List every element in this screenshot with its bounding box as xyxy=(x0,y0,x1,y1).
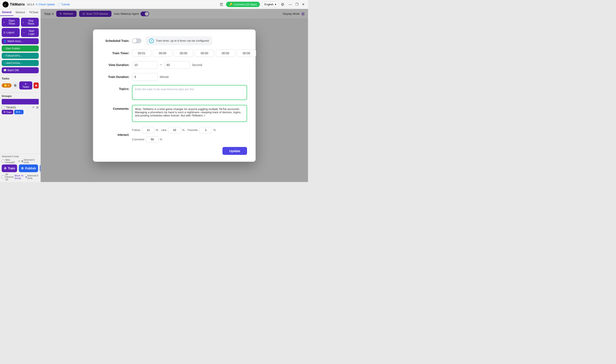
main-layout: General Shortcut TKTools ♪ Open Tiktok ♪… xyxy=(0,9,308,182)
hamburger-button[interactable]: ☰ xyxy=(219,1,224,8)
follow-input[interactable] xyxy=(142,127,155,133)
batch-dm-button[interactable]: 💬 Batch DM xyxy=(2,67,39,73)
upload-icon: ↑ xyxy=(3,47,5,50)
tasks-title: Tasks xyxy=(2,77,39,80)
like-icon: ↑ xyxy=(3,62,5,65)
dm-icon: 💬 xyxy=(3,69,7,72)
train-duration-controls: Minute xyxy=(132,73,169,81)
gear-icon: ⚙ xyxy=(3,111,6,113)
like-input[interactable] xyxy=(168,127,181,133)
comments-label: Comments: xyxy=(102,105,129,110)
like-percent: % xyxy=(182,128,185,131)
topics-label: Topics: xyxy=(102,85,129,91)
tab-shortcut[interactable]: Shortcut xyxy=(14,9,27,16)
app-logo: ♪ TikMatrix v2.1.4 xyxy=(2,1,34,7)
view-duration-max-input[interactable] xyxy=(164,61,190,69)
favorite-label: Favorite: xyxy=(188,128,198,131)
all-devices-checkbox[interactable] xyxy=(2,160,4,163)
all-devices-row: All Devices (0) Move To Group ➤ Selected… xyxy=(2,173,39,181)
chevron-down-icon: ▾ xyxy=(275,3,276,6)
tasks-row: 🪙 0 ⚙ ✕ Tasks ■ xyxy=(2,81,39,90)
match-account-button[interactable]: 👤 Match Acco... xyxy=(2,38,39,44)
edit-icon2[interactable]: ✏ xyxy=(18,160,20,163)
stop-tiktok-button[interactable]: ♪ Stop Tiktok xyxy=(21,18,39,27)
update-button[interactable]: Update xyxy=(222,147,247,155)
scheduled-train-label: Scheduled Train: xyxy=(102,39,129,42)
tab-tktools[interactable]: TKTools xyxy=(27,9,41,16)
titlebar: ♪ TikMatrix v2.1.4 ↻ Check Update 📄 Tuto… xyxy=(0,0,308,9)
all-devices-checkbox2[interactable] xyxy=(2,175,4,178)
delete-icon2[interactable]: 🗑 xyxy=(21,160,24,162)
timer-input-1[interactable] xyxy=(132,50,151,57)
timer-input-6[interactable] xyxy=(237,50,256,57)
settings-button[interactable]: ⚙ xyxy=(281,2,284,7)
move-to-group[interactable]: Move To Group ➤ xyxy=(14,174,27,180)
tasks-button[interactable]: ✕ Tasks xyxy=(19,81,32,90)
window-controls: — ❐ ✕ xyxy=(288,2,305,7)
timer-input-3[interactable] xyxy=(174,50,193,57)
bottom-train-button[interactable]: ⚙ Train xyxy=(2,165,17,172)
selected-units3: Selected 0 Units xyxy=(27,174,39,180)
comment-percent: % xyxy=(160,138,162,141)
scheduled-train-toggle[interactable] xyxy=(132,38,141,43)
titlebar-right: ☰ 🔑 Licensed (20 days) English ▾ ⚙ — ❐ ✕ xyxy=(219,1,305,8)
group-action-buttons: ⚙ Train ⚙ P... xyxy=(2,110,39,114)
interact-items: Follow: % Like: % Favorite: % xyxy=(132,127,247,143)
scheduled-train-controls: i Train timer, up to 6 timer can be conf… xyxy=(132,36,212,45)
close-button[interactable]: ✕ xyxy=(301,2,305,7)
group-train-button[interactable]: ⚙ Train xyxy=(2,110,13,114)
task-stop-button[interactable]: ■ xyxy=(34,82,39,89)
delete-icon[interactable]: 🗑 xyxy=(36,106,39,109)
train-timer-row: Train Timer: xyxy=(102,50,247,57)
like-comment-button[interactable]: ↑ Like/Comme... xyxy=(2,60,39,66)
update-btn-row: Update xyxy=(102,147,247,155)
start-publish-button[interactable]: ↑ Start Publish xyxy=(2,46,39,52)
timer-input-4[interactable] xyxy=(195,50,214,57)
language-selector[interactable]: English ▾ xyxy=(262,2,279,7)
favorite-input[interactable] xyxy=(199,127,212,133)
comments-row: Comments: Wow, TikMatrix is a total game… xyxy=(102,105,247,123)
coin-icon: 🪙 xyxy=(4,84,7,87)
comment-item: Comment: % xyxy=(132,136,162,143)
bottom-publish-button[interactable]: ⚙ Publish xyxy=(19,165,38,172)
comments-input-container: Wow, TikMatrix is a total game-changer f… xyxy=(132,105,247,123)
licensed-button[interactable]: 🔑 Licensed (20 days) xyxy=(226,2,260,7)
sidebar-buttons: ♪ Open Tiktok ♪ Stop Tiktok ⊙ Logout → S… xyxy=(0,16,41,75)
view-duration-min-input[interactable] xyxy=(132,61,158,69)
timer-input-2[interactable] xyxy=(153,50,172,57)
comment-input[interactable] xyxy=(146,136,159,143)
tutorial-link[interactable]: 📄 Tutorial xyxy=(57,3,70,6)
view-duration-unit: Second xyxy=(192,63,202,67)
follow-label: Follow: xyxy=(132,128,141,131)
comments-textarea[interactable]: Wow, TikMatrix is a total game-changer f… xyxy=(132,105,247,122)
follow-unfollow-button[interactable]: ↑ Follow/UnFo... xyxy=(2,53,39,59)
interact-row: Interact: Follow: % Like: % xyxy=(102,127,247,143)
tab-general[interactable]: General xyxy=(0,9,14,16)
like-item: Like: % xyxy=(161,127,185,133)
open-tiktok-button[interactable]: ♪ Open Tiktok xyxy=(2,18,20,27)
logout-button[interactable]: ⊙ Logout xyxy=(2,28,20,37)
edit-icon[interactable]: ✏ xyxy=(32,106,35,109)
user-icon: 👤 xyxy=(3,40,7,43)
minimize-button[interactable]: — xyxy=(288,2,293,7)
group-item-tiktok: Tiktok(0) ✏ 🗑 xyxy=(2,106,39,109)
train-duration-input[interactable] xyxy=(132,73,158,81)
restore-button[interactable]: ❐ xyxy=(295,2,299,7)
start-login-button[interactable]: → Start Login xyxy=(21,28,39,37)
train-duration-unit: Minute xyxy=(160,75,169,78)
timer-input-5[interactable] xyxy=(216,50,235,57)
groups-section: Groups Tiktok(0) ✏ 🗑 ⚙ Train ⚙ P... xyxy=(0,92,41,154)
gear-icon3: ⚙ xyxy=(4,167,7,170)
group-publish-button[interactable]: ⚙ P... xyxy=(14,110,24,114)
tiktok-logo-icon: ♪ xyxy=(2,1,9,7)
groups-title: Groups xyxy=(2,94,39,98)
tiktok-icon2: ♪ xyxy=(23,21,24,24)
bottom-action-row: ⚙ Train ⚙ Publish ⊞ Materials xyxy=(2,165,39,172)
task-settings-button[interactable]: ⚙ xyxy=(13,82,18,89)
check-update-link[interactable]: ↻ Check Update xyxy=(36,3,55,6)
group-checkbox[interactable] xyxy=(2,106,5,109)
topics-textarea[interactable] xyxy=(132,85,247,100)
app-version: v2.1.4 xyxy=(27,3,34,6)
train-duration-label: Train Duration: xyxy=(102,75,129,78)
group-name: Tiktok(0) xyxy=(6,106,31,109)
